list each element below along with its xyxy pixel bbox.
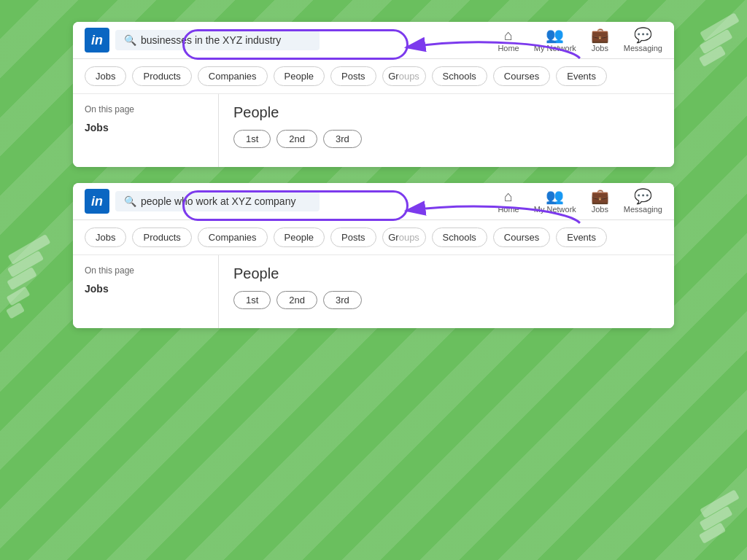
network-icon-2: 👥 <box>546 189 564 203</box>
section-title-2: People <box>233 265 659 282</box>
section-title-1: People <box>233 104 659 121</box>
conn-2nd-1[interactable]: 2nd <box>276 130 317 148</box>
pill-companies-1[interactable]: Companies <box>198 66 268 86</box>
main-panel-1: People 1st 2nd 3rd <box>219 94 674 167</box>
search-icon-1: 🔍 <box>124 34 136 46</box>
messaging-icon-1: 💬 <box>634 28 652 42</box>
sidebar-title-1: On this page <box>85 104 206 114</box>
content-area-1: On this page Jobs People 1st 2nd 3rd <box>73 94 674 167</box>
search-icon-2: 🔍 <box>124 195 136 207</box>
nav-network-2[interactable]: 👥 My Network <box>534 189 576 214</box>
sidebar-title-2: On this page <box>85 265 206 276</box>
pill-products-1[interactable]: Products <box>132 66 191 86</box>
nav-items-2: ⌂ Home 👥 My Network 💼 Jobs 💬 Messaging <box>498 189 662 214</box>
search-query-1: businesses in the XYZ industry <box>141 34 281 46</box>
messaging-label-2: Messaging <box>624 205 662 214</box>
right-top-stripes <box>700 22 740 61</box>
pill-people-1[interactable]: People <box>274 66 325 86</box>
messaging-label-1: Messaging <box>624 44 662 52</box>
network-label-2: My Network <box>534 205 576 214</box>
nav-messaging-1[interactable]: 💬 Messaging <box>624 28 662 52</box>
linkedin-logo-2: in <box>85 189 109 214</box>
pill-products-2[interactable]: Products <box>132 228 191 247</box>
nav-messaging-2[interactable]: 💬 Messaging <box>624 189 662 214</box>
search-box-1[interactable]: 🔍 businesses in the XYZ industry <box>115 30 320 50</box>
navbar-1: in 🔍 businesses in the XYZ industry ⌂ Ho… <box>73 22 674 59</box>
content-area-2: On this page Jobs People 1st 2nd 3rd <box>73 255 674 328</box>
linkedin-logo-1: in <box>85 28 109 52</box>
sidebar-item-jobs-2[interactable]: Jobs <box>85 283 206 295</box>
nav-jobs-2[interactable]: 💼 Jobs <box>591 189 609 214</box>
nav-jobs-1[interactable]: 💼 Jobs <box>591 28 609 52</box>
sidebar-item-jobs-1[interactable]: Jobs <box>85 122 206 133</box>
pill-schools-2[interactable]: Schools <box>432 228 487 247</box>
pill-events-2[interactable]: Events <box>556 228 607 247</box>
messaging-icon-2: 💬 <box>634 189 652 203</box>
right-bottom-stripes <box>700 499 740 538</box>
navbar-2: in 🔍 people who work at XYZ company ⌂ Ho… <box>73 183 674 220</box>
jobs-label-1: Jobs <box>592 44 608 52</box>
filter-row-1: Jobs Products Companies People Posts Gro… <box>73 59 674 94</box>
pill-groups-2[interactable]: Groups <box>382 228 426 247</box>
pill-courses-1[interactable]: Courses <box>493 66 550 86</box>
nav-items-1: ⌂ Home 👥 My Network 💼 Jobs 💬 Messaging <box>498 28 662 52</box>
pill-jobs-2[interactable]: Jobs <box>85 228 126 247</box>
conn-2nd-2[interactable]: 2nd <box>276 291 317 309</box>
network-label-1: My Network <box>534 44 576 52</box>
home-icon-1: ⌂ <box>504 28 513 42</box>
card-2: in 🔍 people who work at XYZ company ⌂ Ho… <box>73 183 674 328</box>
pill-schools-1[interactable]: Schools <box>432 66 487 86</box>
pill-groups-1[interactable]: Groups <box>382 66 426 86</box>
nav-home-2[interactable]: ⌂ Home <box>498 189 519 214</box>
left-stripes <box>7 244 51 316</box>
conn-3rd-2[interactable]: 3rd <box>323 291 362 309</box>
home-label-2: Home <box>498 205 519 214</box>
jobs-icon-2: 💼 <box>591 189 609 203</box>
search-box-2[interactable]: 🔍 people who work at XYZ company <box>115 191 320 211</box>
main-wrapper: in 🔍 businesses in the XYZ industry ⌂ Ho… <box>73 22 674 538</box>
search-query-2: people who work at XYZ company <box>141 195 295 207</box>
conn-1st-2[interactable]: 1st <box>233 291 271 309</box>
nav-network-1[interactable]: 👥 My Network <box>534 28 576 52</box>
pill-jobs-1[interactable]: Jobs <box>85 66 126 86</box>
connection-pills-1: 1st 2nd 3rd <box>233 130 659 148</box>
home-label-1: Home <box>498 44 519 52</box>
pill-events-1[interactable]: Events <box>556 66 607 86</box>
pill-companies-2[interactable]: Companies <box>198 228 268 247</box>
filter-row-2: Jobs Products Companies People Posts Gro… <box>73 220 674 255</box>
pill-people-2[interactable]: People <box>274 228 325 247</box>
jobs-label-2: Jobs <box>592 205 608 214</box>
nav-home-1[interactable]: ⌂ Home <box>498 28 519 52</box>
pill-courses-2[interactable]: Courses <box>493 228 550 247</box>
pill-posts-1[interactable]: Posts <box>330 66 376 86</box>
conn-1st-1[interactable]: 1st <box>233 130 271 148</box>
sidebar-1: On this page Jobs <box>73 94 219 167</box>
connection-pills-2: 1st 2nd 3rd <box>233 291 659 309</box>
card-1: in 🔍 businesses in the XYZ industry ⌂ Ho… <box>73 22 674 167</box>
main-panel-2: People 1st 2nd 3rd <box>219 255 674 328</box>
pill-posts-2[interactable]: Posts <box>330 228 376 247</box>
network-icon-1: 👥 <box>546 28 564 42</box>
jobs-icon-1: 💼 <box>591 28 609 42</box>
sidebar-2: On this page Jobs <box>73 255 219 328</box>
home-icon-2: ⌂ <box>504 189 513 203</box>
conn-3rd-1[interactable]: 3rd <box>323 130 362 148</box>
